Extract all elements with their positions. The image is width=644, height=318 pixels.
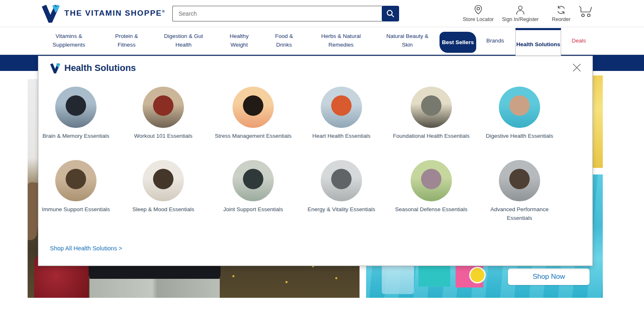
category-label: Energy & Vitality Essentials — [300, 205, 383, 214]
category-label: Sleep & Mood Essentials — [122, 205, 204, 214]
store-locator-button[interactable]: Store Locator — [456, 5, 501, 22]
category-photo-workout-101 — [143, 87, 184, 128]
nav-protein-fitness[interactable]: Protein & Fitness — [109, 32, 144, 49]
category-label: Workout 101 Essentials — [122, 132, 204, 141]
close-button[interactable] — [570, 61, 583, 75]
nav-vitamins-supplements[interactable]: Vitamins & Supplements — [45, 32, 93, 49]
trademark-symbol: ® — [162, 9, 165, 14]
category-photo-advanced-performance — [499, 160, 540, 201]
category-photo-stress-management — [233, 87, 274, 128]
category-label: Stress Management Essentials — [212, 132, 294, 141]
menu-item-heart-health[interactable]: Heart Health Essentials — [300, 87, 383, 141]
search-button[interactable] — [382, 6, 399, 21]
menu-item-brain-memory[interactable]: Brain & Memory Essentials — [35, 87, 117, 141]
menu-item-immune-support[interactable]: Immune Support Essentials — [35, 160, 117, 214]
category-label: Brain & Memory Essentials — [35, 132, 117, 141]
nav-food-drinks[interactable]: Food & Drinks — [269, 32, 300, 49]
brand-wordmark: THE VITAMIN SHOPPE® — [64, 9, 165, 18]
menu-item-energy-vitality[interactable]: Energy & Vitality Essentials — [300, 160, 383, 214]
category-photo-energy-vitality — [321, 160, 362, 201]
category-label: Foundational Health Essentials — [390, 132, 472, 141]
category-label: Digestive Health Essentials — [478, 132, 561, 141]
cart-button[interactable] — [564, 5, 607, 20]
nav-healthy-weight[interactable]: Healthy Weight — [222, 32, 257, 49]
site-header: THE VITAMIN SHOPPE® Store Locator Sign I… — [0, 0, 644, 27]
nav-herbs-natural-remedies[interactable]: Herbs & Natural Remedies — [315, 32, 367, 49]
menu-item-sleep-mood[interactable]: Sleep & Mood Essentials — [122, 160, 204, 214]
category-photo-heart-health — [321, 87, 362, 128]
category-photo-seasonal-defense — [411, 160, 452, 201]
main-navigation: Vitamins & Supplements Protein & Fitness… — [0, 27, 644, 55]
nav-natural-beauty-skin[interactable]: Natural Beauty & Skin — [384, 32, 431, 49]
nav-brands[interactable]: Brands — [487, 37, 504, 45]
nav-digestion-gut-health[interactable]: Digestion & Gut Health — [158, 32, 209, 49]
menu-item-stress-management[interactable]: Stress Management Essentials — [212, 87, 294, 141]
location-pin-icon — [473, 5, 483, 15]
mega-menu-title: Health Solutions — [50, 63, 136, 73]
category-photo-foundational-health — [411, 87, 452, 128]
close-icon — [571, 61, 583, 74]
hero-person-pants — [89, 279, 220, 298]
cart-icon — [578, 5, 593, 19]
category-photo-immune-support — [55, 160, 96, 201]
menu-item-seasonal-defense[interactable]: Seasonal Defense Essentials — [390, 160, 472, 214]
menu-item-foundational-health[interactable]: Foundational Health Essentials — [390, 87, 472, 141]
category-photo-brain-memory — [55, 87, 96, 128]
category-label: Immune Support Essentials — [35, 205, 117, 214]
search-bar — [172, 6, 399, 21]
nav-deals[interactable]: Deals — [572, 37, 586, 45]
category-label: Heart Health Essentials — [300, 132, 383, 141]
category-label: Joint Support Essentials — [212, 205, 294, 214]
brand-logo[interactable]: THE VITAMIN SHOPPE® — [41, 4, 165, 23]
category-photo-digestive-health — [499, 87, 540, 128]
mega-menu-title-text: Health Solutions — [64, 63, 136, 73]
nav-health-solutions-active-tab[interactable]: Health Solutions — [515, 28, 561, 59]
category-photo-sleep-mood — [143, 160, 184, 201]
sign-in-label: Sign In/Register — [502, 16, 539, 22]
health-solutions-mega-menu: Health Solutions Brain & Memory Essentia… — [38, 56, 593, 266]
category-label: Advanced Performance Essentials — [486, 205, 554, 223]
vitamin-shoppe-v-icon — [41, 4, 60, 23]
category-photo-joint-support — [233, 160, 274, 201]
shop-all-health-solutions-link[interactable]: Shop All Health Solutions > — [50, 245, 122, 252]
category-label: Seasonal Defense Essentials — [390, 205, 472, 214]
shop-now-button[interactable]: Shop Now — [508, 269, 590, 285]
menu-item-joint-support[interactable]: Joint Support Essentials — [212, 160, 294, 214]
person-icon — [515, 5, 525, 15]
nav-best-sellers[interactable]: Best Sellers — [440, 32, 476, 53]
sign-in-button[interactable]: Sign In/Register — [498, 5, 543, 22]
search-icon — [386, 9, 395, 18]
vitamin-shoppe-v-icon — [50, 63, 61, 73]
menu-item-digestive-health[interactable]: Digestive Health Essentials — [478, 87, 561, 141]
store-locator-label: Store Locator — [463, 16, 494, 22]
menu-item-workout-101[interactable]: Workout 101 Essentials — [122, 87, 204, 141]
search-input[interactable] — [172, 6, 383, 21]
menu-item-advanced-performance[interactable]: Advanced Performance Essentials — [478, 160, 561, 223]
